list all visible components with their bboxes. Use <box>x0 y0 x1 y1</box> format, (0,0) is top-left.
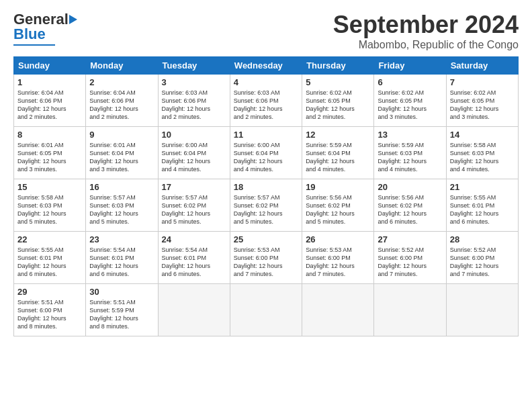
day-info: Sunrise: 5:51 AM Sunset: 6:00 PM Dayligh… <box>17 298 82 331</box>
calendar-cell: 30Sunrise: 5:51 AM Sunset: 5:59 PM Dayli… <box>86 284 158 336</box>
calendar-cell: 8Sunrise: 6:01 AM Sunset: 6:05 PM Daylig… <box>14 127 86 179</box>
day-info: Sunrise: 5:59 AM Sunset: 6:04 PM Dayligh… <box>306 141 370 174</box>
calendar-header: SundayMondayTuesdayWednesdayThursdayFrid… <box>14 57 519 75</box>
calendar-cell: 28Sunrise: 5:52 AM Sunset: 6:00 PM Dayli… <box>446 232 518 284</box>
day-number: 27 <box>378 234 442 244</box>
day-number: 1 <box>17 77 82 87</box>
day-info: Sunrise: 5:58 AM Sunset: 6:03 PM Dayligh… <box>17 193 82 226</box>
day-number: 11 <box>234 130 298 140</box>
day-number: 15 <box>17 182 82 192</box>
day-number: 12 <box>306 130 370 140</box>
calendar-cell: 1Sunrise: 6:04 AM Sunset: 6:06 PM Daylig… <box>14 75 86 127</box>
calendar-cell <box>230 284 302 336</box>
day-info: Sunrise: 5:54 AM Sunset: 6:01 PM Dayligh… <box>162 246 226 279</box>
day-info: Sunrise: 6:02 AM Sunset: 6:05 PM Dayligh… <box>450 89 515 122</box>
day-info: Sunrise: 5:51 AM Sunset: 5:59 PM Dayligh… <box>89 298 154 331</box>
day-number: 14 <box>450 130 515 140</box>
calendar-cell: 12Sunrise: 5:59 AM Sunset: 6:04 PM Dayli… <box>302 127 374 179</box>
day-info: Sunrise: 6:01 AM Sunset: 6:05 PM Dayligh… <box>17 141 82 174</box>
day-info: Sunrise: 6:01 AM Sunset: 6:04 PM Dayligh… <box>89 141 154 174</box>
day-number: 25 <box>234 234 298 244</box>
calendar-cell: 11Sunrise: 6:00 AM Sunset: 6:04 PM Dayli… <box>230 127 302 179</box>
day-number: 18 <box>234 182 298 192</box>
calendar-cell: 20Sunrise: 5:56 AM Sunset: 6:02 PM Dayli… <box>374 179 446 232</box>
day-info: Sunrise: 5:57 AM Sunset: 6:02 PM Dayligh… <box>162 193 226 226</box>
calendar-cell: 22Sunrise: 5:55 AM Sunset: 6:01 PM Dayli… <box>14 232 86 284</box>
day-number: 29 <box>17 287 82 297</box>
calendar-cell: 7Sunrise: 6:02 AM Sunset: 6:05 PM Daylig… <box>446 75 518 127</box>
day-number: 2 <box>89 77 154 87</box>
calendar-cell: 14Sunrise: 5:58 AM Sunset: 6:03 PM Dayli… <box>446 127 518 179</box>
day-info: Sunrise: 6:02 AM Sunset: 6:05 PM Dayligh… <box>378 89 442 122</box>
calendar-day-header: Saturday <box>446 57 518 75</box>
calendar-cell: 19Sunrise: 5:56 AM Sunset: 6:02 PM Dayli… <box>302 179 374 232</box>
day-info: Sunrise: 5:53 AM Sunset: 6:00 PM Dayligh… <box>234 246 298 279</box>
calendar-day-header: Friday <box>374 57 446 75</box>
calendar-cell: 16Sunrise: 5:57 AM Sunset: 6:03 PM Dayli… <box>86 179 158 232</box>
day-number: 6 <box>378 77 442 87</box>
calendar-cell <box>158 284 230 336</box>
day-info: Sunrise: 5:56 AM Sunset: 6:02 PM Dayligh… <box>306 193 370 226</box>
calendar-cell: 9Sunrise: 6:01 AM Sunset: 6:04 PM Daylig… <box>86 127 158 179</box>
day-number: 24 <box>162 234 226 244</box>
day-number: 8 <box>17 130 82 140</box>
calendar-cell: 4Sunrise: 6:03 AM Sunset: 6:06 PM Daylig… <box>230 75 302 127</box>
calendar-cell: 5Sunrise: 6:02 AM Sunset: 6:05 PM Daylig… <box>302 75 374 127</box>
logo-arrow-icon <box>69 15 77 24</box>
day-number: 19 <box>306 182 370 192</box>
calendar-cell: 2Sunrise: 6:04 AM Sunset: 6:06 PM Daylig… <box>86 75 158 127</box>
calendar-cell: 23Sunrise: 5:54 AM Sunset: 6:01 PM Dayli… <box>86 232 158 284</box>
calendar-cell: 15Sunrise: 5:58 AM Sunset: 6:03 PM Dayli… <box>14 179 86 232</box>
day-number: 21 <box>450 182 515 192</box>
logo: General Blue <box>13 11 77 46</box>
calendar: SundayMondayTuesdayWednesdayThursdayFrid… <box>13 56 519 336</box>
day-info: Sunrise: 5:55 AM Sunset: 6:01 PM Dayligh… <box>450 193 515 226</box>
day-number: 5 <box>306 77 370 87</box>
day-info: Sunrise: 5:55 AM Sunset: 6:01 PM Dayligh… <box>17 246 82 279</box>
day-number: 7 <box>450 77 515 87</box>
day-number: 23 <box>89 234 154 244</box>
day-number: 3 <box>162 77 226 87</box>
calendar-cell: 26Sunrise: 5:53 AM Sunset: 6:00 PM Dayli… <box>302 232 374 284</box>
calendar-cell: 17Sunrise: 5:57 AM Sunset: 6:02 PM Dayli… <box>158 179 230 232</box>
day-info: Sunrise: 6:02 AM Sunset: 6:05 PM Dayligh… <box>306 89 370 122</box>
day-info: Sunrise: 6:04 AM Sunset: 6:06 PM Dayligh… <box>17 89 82 122</box>
calendar-cell <box>302 284 374 336</box>
calendar-cell: 29Sunrise: 5:51 AM Sunset: 6:00 PM Dayli… <box>14 284 86 336</box>
calendar-cell: 10Sunrise: 6:00 AM Sunset: 6:04 PM Dayli… <box>158 127 230 179</box>
calendar-day-header: Monday <box>86 57 158 75</box>
calendar-day-header: Tuesday <box>158 57 230 75</box>
day-info: Sunrise: 5:57 AM Sunset: 6:02 PM Dayligh… <box>234 193 298 226</box>
day-number: 30 <box>89 287 154 297</box>
day-number: 9 <box>89 130 154 140</box>
day-number: 20 <box>378 182 442 192</box>
calendar-cell: 13Sunrise: 5:59 AM Sunset: 6:03 PM Dayli… <box>374 127 446 179</box>
calendar-day-header: Wednesday <box>230 57 302 75</box>
day-info: Sunrise: 5:52 AM Sunset: 6:00 PM Dayligh… <box>450 246 515 279</box>
logo-underline <box>13 44 55 46</box>
day-info: Sunrise: 6:04 AM Sunset: 6:06 PM Dayligh… <box>89 89 154 122</box>
header: General Blue September 2024 Mabombo, Rep… <box>13 11 519 51</box>
calendar-cell: 24Sunrise: 5:54 AM Sunset: 6:01 PM Dayli… <box>158 232 230 284</box>
calendar-cell: 21Sunrise: 5:55 AM Sunset: 6:01 PM Dayli… <box>446 179 518 232</box>
calendar-cell: 3Sunrise: 6:03 AM Sunset: 6:06 PM Daylig… <box>158 75 230 127</box>
title-area: September 2024 Mabombo, Republic of the … <box>333 11 519 51</box>
day-info: Sunrise: 5:57 AM Sunset: 6:03 PM Dayligh… <box>89 193 154 226</box>
day-info: Sunrise: 6:00 AM Sunset: 6:04 PM Dayligh… <box>234 141 298 174</box>
calendar-cell: 27Sunrise: 5:52 AM Sunset: 6:00 PM Dayli… <box>374 232 446 284</box>
page-title: September 2024 <box>333 11 519 39</box>
day-info: Sunrise: 5:53 AM Sunset: 6:00 PM Dayligh… <box>306 246 370 279</box>
day-number: 13 <box>378 130 442 140</box>
day-info: Sunrise: 6:03 AM Sunset: 6:06 PM Dayligh… <box>162 89 226 122</box>
calendar-day-header: Thursday <box>302 57 374 75</box>
day-info: Sunrise: 6:03 AM Sunset: 6:06 PM Dayligh… <box>234 89 298 122</box>
calendar-day-header: Sunday <box>14 57 86 75</box>
page-subtitle: Mabombo, Republic of the Congo <box>333 39 519 51</box>
page: General Blue September 2024 Mabombo, Rep… <box>0 0 532 411</box>
day-info: Sunrise: 5:59 AM Sunset: 6:03 PM Dayligh… <box>378 141 442 174</box>
day-number: 10 <box>162 130 226 140</box>
day-info: Sunrise: 5:54 AM Sunset: 6:01 PM Dayligh… <box>89 246 154 279</box>
day-info: Sunrise: 5:56 AM Sunset: 6:02 PM Dayligh… <box>378 193 442 226</box>
day-number: 28 <box>450 234 515 244</box>
day-number: 26 <box>306 234 370 244</box>
